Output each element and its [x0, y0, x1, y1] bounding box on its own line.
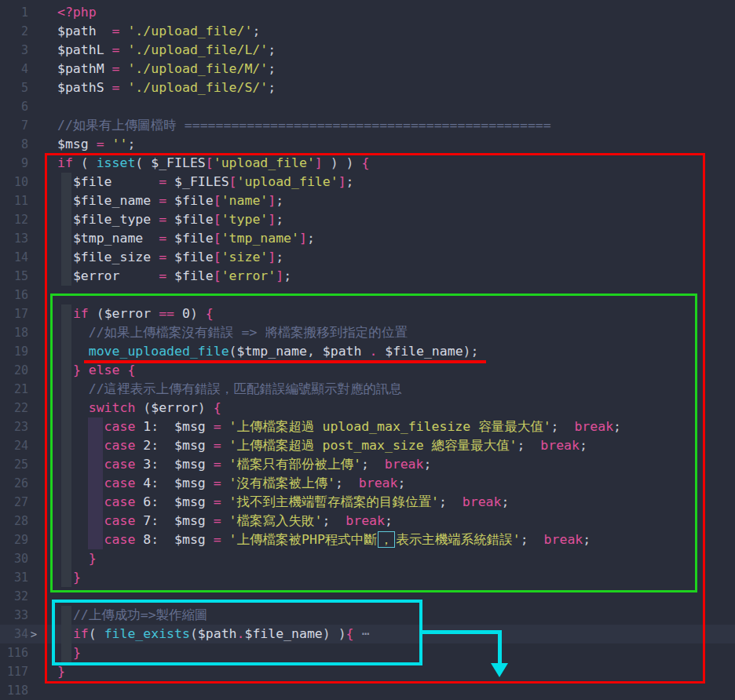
code-line[interactable]: 10 $file = $_FILES['upload_file'];: [0, 173, 735, 191]
fold-gutter: [28, 549, 39, 568]
code-text[interactable]: } else {: [57, 361, 135, 380]
code-line[interactable]: 11 $file_name = $file['name'];: [0, 191, 735, 210]
code-text[interactable]: case 2: $msg = '上傳檔案超過 post_max_size 總容量…: [57, 436, 587, 455]
code-text[interactable]: $pathL = './upload_file/L/';: [57, 41, 276, 60]
code-line[interactable]: 1<?php: [0, 3, 735, 22]
code-text[interactable]: if( file_exists($path.$file_name) ){ ⋯: [57, 625, 369, 643]
fold-gutter: [28, 97, 39, 116]
code-text[interactable]: $file_type = $file['type'];: [57, 210, 283, 229]
code-line[interactable]: 8$msg = '';: [0, 135, 735, 154]
code-text[interactable]: case 8: $msg = '上傳檔案被PHP程式中斷，表示主機端系統錯誤';…: [57, 530, 591, 549]
code-line[interactable]: 117}: [0, 662, 735, 681]
fold-gutter: [28, 229, 39, 248]
fold-gutter: [28, 135, 39, 154]
unicode-highlight-box: ，: [378, 531, 396, 548]
code-line[interactable]: 12 $file_type = $file['type'];: [0, 210, 735, 229]
code-text[interactable]: move_uploaded_file($tmp_name, $path . $f…: [57, 342, 478, 361]
code-line[interactable]: 34> if( file_exists($path.$file_name) ){…: [0, 625, 735, 643]
line-number: 9: [0, 154, 28, 173]
line-number: 11: [0, 191, 28, 210]
code-line[interactable]: 28 case 7: $msg = '檔案寫入失敗'; break;: [0, 512, 735, 530]
code-line[interactable]: 27 case 6: $msg = '找不到主機端暫存檔案的目錄位置'; bre…: [0, 493, 735, 512]
fold-gutter: [28, 643, 39, 662]
code-line[interactable]: 16: [0, 286, 735, 304]
code-text[interactable]: if ( isset( $_FILES['upload_file'] ) ) {: [57, 154, 369, 173]
code-line[interactable]: 2$path = './upload_file/';: [0, 22, 735, 41]
code-line[interactable]: 116 }: [0, 643, 735, 662]
code-line[interactable]: 19 move_uploaded_file($tmp_name, $path .…: [0, 342, 735, 361]
code-text[interactable]: $tmp_name = $file['tmp_name'];: [57, 229, 315, 248]
code-line[interactable]: 9if ( isset( $_FILES['upload_file'] ) ) …: [0, 154, 735, 173]
code-line[interactable]: 17 if ($error == 0) {: [0, 304, 735, 323]
line-number: 1: [0, 3, 28, 22]
code-area[interactable]: 1<?php2$path = './upload_file/';3$pathL …: [0, 0, 735, 700]
code-line[interactable]: 5$pathS = './upload_file/S/';: [0, 78, 735, 97]
code-line[interactable]: 32: [0, 587, 735, 606]
fold-gutter: [28, 210, 39, 229]
fold-chevron-icon[interactable]: >: [28, 625, 39, 643]
line-number: 6: [0, 97, 28, 116]
code-line[interactable]: 21 //這裡表示上傳有錯誤，匹配錯誤編號顯示對應的訊息: [0, 380, 735, 399]
code-line[interactable]: 23 case 1: $msg = '上傳檔案超過 upload_max_fil…: [0, 417, 735, 436]
code-text[interactable]: }: [57, 568, 81, 587]
line-number: 12: [0, 210, 28, 229]
code-text[interactable]: //上傳成功=>製作縮圖: [57, 606, 208, 625]
code-text[interactable]: case 3: $msg = '檔案只有部份被上傳'; break;: [57, 455, 431, 474]
fold-gutter: [28, 512, 39, 530]
code-text[interactable]: <?php: [57, 3, 97, 22]
code-text[interactable]: case 7: $msg = '檔案寫入失敗'; break;: [57, 512, 393, 530]
code-text[interactable]: case 6: $msg = '找不到主機端暫存檔案的目錄位置'; break;: [57, 493, 509, 512]
line-number: 33: [0, 606, 28, 625]
line-number: 13: [0, 229, 28, 248]
code-text[interactable]: $error = $file['error'];: [57, 267, 291, 286]
fold-gutter: [28, 248, 39, 267]
code-line[interactable]: 18 //如果上傳檔案沒有錯誤 => 將檔案搬移到指定的位置: [0, 323, 735, 342]
code-text[interactable]: case 1: $msg = '上傳檔案超過 upload_max_filesi…: [57, 417, 621, 436]
code-text[interactable]: //如果上傳檔案沒有錯誤 => 將檔案搬移到指定的位置: [57, 323, 408, 342]
code-line[interactable]: 25 case 3: $msg = '檔案只有部份被上傳'; break;: [0, 455, 735, 474]
code-line[interactable]: 4$pathM = './upload_file/M/';: [0, 60, 735, 78]
code-text[interactable]: $pathM = './upload_file/M/';: [57, 60, 276, 78]
fold-gutter: [28, 342, 39, 361]
fold-gutter: [28, 662, 39, 681]
code-line[interactable]: 3$pathL = './upload_file/L/';: [0, 41, 735, 60]
fold-gutter: [28, 399, 39, 417]
line-number: 23: [0, 417, 28, 436]
code-text[interactable]: switch ($error) {: [57, 399, 221, 417]
code-line[interactable]: 33 //上傳成功=>製作縮圖: [0, 606, 735, 625]
code-text[interactable]: }: [57, 662, 65, 681]
code-line[interactable]: 6: [0, 97, 735, 116]
line-number: 20: [0, 361, 28, 380]
code-line[interactable]: 7//如果有上傳圖檔時 ============================…: [0, 116, 735, 135]
code-text[interactable]: $file_size = $file['size'];: [57, 248, 283, 267]
code-line[interactable]: 14 $file_size = $file['size'];: [0, 248, 735, 267]
code-text[interactable]: }: [57, 549, 97, 568]
code-line[interactable]: 118: [0, 681, 735, 700]
code-text[interactable]: $file_name = $file['name'];: [57, 191, 283, 210]
code-text[interactable]: $msg = '';: [57, 135, 135, 154]
fold-gutter: [28, 568, 39, 587]
code-text[interactable]: $file = $_FILES['upload_file'];: [57, 173, 354, 191]
fold-gutter: [28, 60, 39, 78]
code-line[interactable]: 29 case 8: $msg = '上傳檔案被PHP程式中斷，表示主機端系統錯…: [0, 530, 735, 549]
code-text[interactable]: if ($error == 0) {: [57, 304, 214, 323]
code-line[interactable]: 22 switch ($error) {: [0, 399, 735, 417]
fold-gutter: [28, 361, 39, 380]
code-line[interactable]: 30 }: [0, 549, 735, 568]
code-text[interactable]: //這裡表示上傳有錯誤，匹配錯誤編號顯示對應的訊息: [57, 380, 402, 399]
code-line[interactable]: 24 case 2: $msg = '上傳檔案超過 post_max_size …: [0, 436, 735, 455]
code-text[interactable]: //如果有上傳圖檔時 =============================…: [57, 116, 551, 135]
fold-gutter: [28, 286, 39, 304]
code-line[interactable]: 31 }: [0, 568, 735, 587]
code-text[interactable]: }: [57, 643, 81, 662]
code-line[interactable]: 15 $error = $file['error'];: [0, 267, 735, 286]
code-line[interactable]: 20 } else {: [0, 361, 735, 380]
fold-gutter: [28, 191, 39, 210]
code-text[interactable]: $pathS = './upload_file/S/';: [57, 78, 276, 97]
line-number: 16: [0, 286, 28, 304]
code-editor: 1<?php2$path = './upload_file/';3$pathL …: [0, 0, 735, 700]
code-line[interactable]: 13 $tmp_name = $file['tmp_name'];: [0, 229, 735, 248]
code-text[interactable]: $path = './upload_file/';: [57, 22, 260, 41]
code-text[interactable]: case 4: $msg = '沒有檔案被上傳'; break;: [57, 474, 405, 493]
code-line[interactable]: 26 case 4: $msg = '沒有檔案被上傳'; break;: [0, 474, 735, 493]
